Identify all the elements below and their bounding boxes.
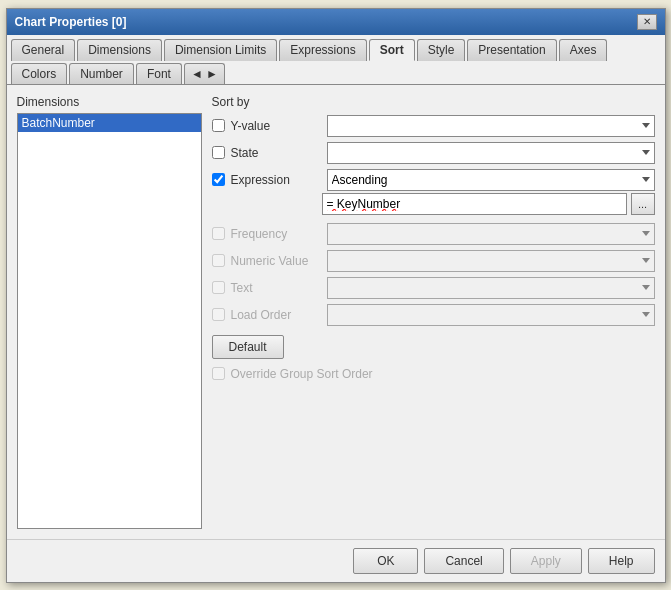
cancel-button[interactable]: Cancel (424, 548, 503, 574)
state-row: State (212, 142, 655, 164)
tab-font[interactable]: Font (136, 63, 182, 84)
load-order-label: Load Order (231, 308, 321, 322)
chart-properties-dialog: Chart Properties [0] ✕ General Dimension… (6, 8, 666, 583)
state-label: State (231, 146, 321, 160)
bottom-bar: OK Cancel Apply Help (7, 539, 665, 582)
close-button[interactable]: ✕ (637, 14, 657, 30)
state-dropdown[interactable] (327, 142, 655, 164)
frequency-label: Frequency (231, 227, 321, 241)
expression-edit-button[interactable]: ... (631, 193, 655, 215)
expression-checkbox[interactable] (212, 173, 225, 186)
text-checkbox[interactable] (212, 281, 225, 294)
left-panel: Dimensions BatchNumber (17, 95, 202, 529)
tab-axes[interactable]: Axes (559, 39, 608, 61)
override-checkbox[interactable] (212, 367, 225, 380)
title-bar-controls: ✕ (637, 14, 657, 30)
right-panel: Sort by Y-value State Expression (212, 95, 655, 529)
dialog-title: Chart Properties [0] (15, 15, 127, 29)
text-row: Text (212, 277, 655, 299)
apply-button[interactable]: Apply (510, 548, 582, 574)
load-order-row: Load Order (212, 304, 655, 326)
expression-row: Expression Ascending Descending (212, 169, 655, 191)
text-dropdown[interactable] (327, 277, 655, 299)
frequency-row: Frequency (212, 223, 655, 245)
list-item[interactable]: BatchNumber (18, 114, 201, 132)
y-value-checkbox[interactable] (212, 119, 225, 132)
y-value-label: Y-value (231, 119, 321, 133)
dimensions-listbox[interactable]: BatchNumber (17, 113, 202, 529)
tab-sort[interactable]: Sort (369, 39, 415, 61)
tabs-row: General Dimensions Dimension Limits Expr… (7, 35, 665, 85)
state-checkbox[interactable] (212, 146, 225, 159)
tab-colors[interactable]: Colors (11, 63, 68, 84)
ok-button[interactable]: OK (353, 548, 418, 574)
title-bar: Chart Properties [0] ✕ (7, 9, 665, 35)
default-button[interactable]: Default (212, 335, 284, 359)
tab-presentation[interactable]: Presentation (467, 39, 556, 61)
tab-general[interactable]: General (11, 39, 76, 61)
expression-input-row: ... (322, 193, 655, 215)
tab-dimensions[interactable]: Dimensions (77, 39, 162, 61)
tab-dimension-limits[interactable]: Dimension Limits (164, 39, 277, 61)
frequency-dropdown[interactable] (327, 223, 655, 245)
numeric-value-row: Numeric Value (212, 250, 655, 272)
override-label: Override Group Sort Order (231, 367, 373, 381)
expression-input[interactable] (322, 193, 627, 215)
sort-by-label: Sort by (212, 95, 655, 109)
tab-expressions[interactable]: Expressions (279, 39, 366, 61)
help-button[interactable]: Help (588, 548, 655, 574)
content-area: Dimensions BatchNumber Sort by Y-value S… (7, 85, 665, 539)
frequency-checkbox[interactable] (212, 227, 225, 240)
override-row: Override Group Sort Order (212, 367, 655, 381)
numeric-value-label: Numeric Value (231, 254, 321, 268)
y-value-dropdown[interactable] (327, 115, 655, 137)
expression-label: Expression (231, 173, 321, 187)
more-tabs-button[interactable]: ◄ ► (184, 63, 225, 84)
numeric-value-checkbox[interactable] (212, 254, 225, 267)
numeric-value-dropdown[interactable] (327, 250, 655, 272)
dimensions-label: Dimensions (17, 95, 202, 109)
tab-number[interactable]: Number (69, 63, 134, 84)
text-label: Text (231, 281, 321, 295)
load-order-dropdown[interactable] (327, 304, 655, 326)
tab-style[interactable]: Style (417, 39, 466, 61)
load-order-checkbox[interactable] (212, 308, 225, 321)
y-value-row: Y-value (212, 115, 655, 137)
expression-dropdown[interactable]: Ascending Descending (327, 169, 655, 191)
